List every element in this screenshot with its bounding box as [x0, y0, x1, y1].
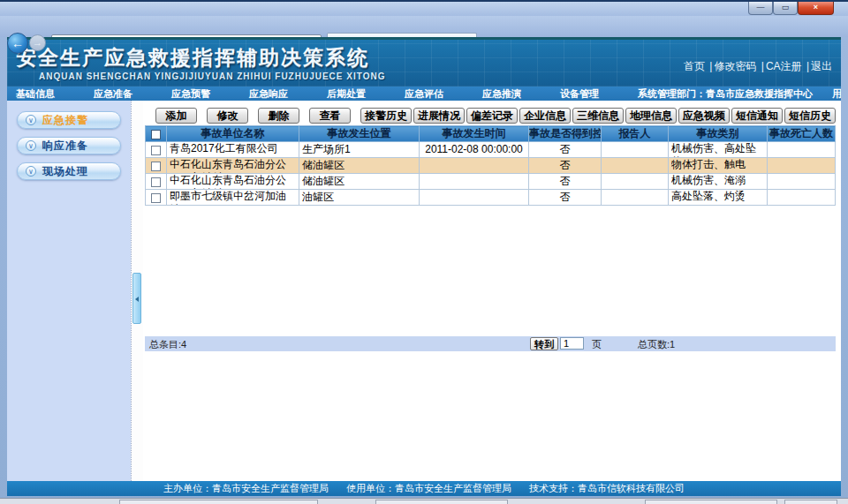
session-info: 部门：青岛市应急救援指挥中心 用户：市局用户 — [677, 87, 841, 101]
forward-button[interactable]: → — [29, 34, 46, 51]
toolbar-button[interactable]: 添加 — [155, 108, 197, 124]
total-items-label: 总条目:4 — [149, 338, 186, 351]
menu-item[interactable]: 应急预警 — [171, 87, 210, 101]
select-all-checkbox[interactable] — [151, 130, 161, 139]
close-button[interactable]: × — [798, 2, 834, 15]
menu-item[interactable]: 后期处置 — [327, 87, 366, 101]
column-header[interactable]: 事故发生时间 — [420, 126, 529, 142]
column-header[interactable]: 事故类别 — [669, 126, 768, 142]
row-checkbox[interactable] — [151, 146, 161, 155]
footer-segment: 使用单位：青岛市安全生产监督管理局 — [346, 483, 511, 493]
menu-item[interactable]: 系统管理 — [638, 87, 677, 101]
table-cell: 机械伤害、高处坠落 — [669, 142, 768, 158]
row-select-cell — [146, 142, 167, 158]
toolbar-button[interactable]: 三维信息 — [572, 108, 624, 124]
table-cell: 中石化山东青岛石油分公司09加油站 — [167, 158, 299, 174]
select-all-header[interactable] — [146, 126, 167, 142]
department-label: 部门：青岛市应急救援指挥中心 — [677, 87, 813, 101]
link-separator: | — [707, 60, 712, 72]
incident-table: 事故单位名称事故发生位置事故发生时间事故是否得到控制报告人事故类别事故死亡人数 … — [145, 125, 836, 206]
table-cell: 生产场所1 — [299, 142, 420, 158]
minimize-button[interactable]: — — [748, 2, 773, 15]
sidebar: ∨应急接警∨响应准备∨现场处理 — [7, 101, 131, 481]
table-cell: 否 — [529, 174, 602, 190]
table-cell — [768, 190, 836, 206]
screen: — ▭ × ← → e http://localhost:90/yjzh/fra… — [0, 0, 848, 504]
goto-page-button[interactable]: 转到 — [530, 337, 558, 350]
menu-items: 基础信息应急准备应急预警应急响应后期处置应急评估应急推演设备管理系统管理 — [7, 87, 677, 101]
table-header-row: 事故单位名称事故发生位置事故发生时间事故是否得到控制报告人事故类别事故死亡人数 — [146, 126, 836, 142]
collapse-sidebar-handle[interactable] — [132, 273, 141, 324]
back-button[interactable]: ← — [7, 33, 28, 54]
table-cell — [768, 158, 836, 174]
browser-navbar: ← → e http://localhost:90/yjzh/frame/hom… — [0, 16, 848, 37]
taskbar-sliver — [0, 498, 848, 504]
column-header[interactable]: 报告人 — [602, 126, 669, 142]
toolbar-button[interactable]: 短信通知 — [731, 108, 783, 124]
footer-segment: 技术支持：青岛市信软科技有限公司 — [529, 483, 685, 493]
menu-item[interactable]: 应急评估 — [405, 87, 443, 101]
menu-item[interactable]: 应急准备 — [94, 87, 132, 101]
table-cell: 高处坠落、灼烫 — [669, 190, 768, 206]
row-checkbox[interactable] — [151, 177, 161, 187]
user-label: 用户：市局用户 — [832, 87, 841, 101]
column-header[interactable]: 事故死亡人数 — [768, 126, 836, 142]
table-row[interactable]: 中石化山东青岛石油分公司09加油站储油罐区否机械伤害、淹溺 — [146, 174, 836, 190]
link-separator: | — [804, 60, 809, 72]
header-link[interactable]: CA注册 — [766, 60, 802, 72]
toolbar-button[interactable]: 短信历史 — [784, 108, 836, 124]
toolbar-button[interactable]: 进展情况 — [413, 108, 465, 124]
toolbar-button[interactable]: 应急视频 — [678, 108, 730, 124]
app-title: 安全生产应急救援指挥辅助决策系统 — [16, 44, 369, 71]
toolbar-button[interactable]: 删除 — [258, 108, 299, 124]
table-cell — [602, 190, 669, 206]
menu-item[interactable]: 基础信息 — [16, 87, 55, 101]
table-row[interactable]: 即墨市七级镇中岔河加油站油罐区否高处坠落、灼烫 — [146, 190, 836, 206]
toolbar-button[interactable]: 修改 — [207, 108, 248, 124]
page-number-input[interactable] — [560, 337, 584, 350]
sidebar-item-label: 应急接警 — [42, 113, 88, 128]
toolbar-button[interactable]: 企业信息 — [519, 108, 571, 124]
column-header[interactable]: 事故是否得到控制 — [529, 126, 602, 142]
sidebar-item[interactable]: ∨响应准备 — [17, 137, 121, 154]
sidebar-item[interactable]: ∨应急接警 — [17, 111, 121, 129]
table-cell: 中石化山东青岛石油分公司09加油站 — [167, 174, 299, 190]
sidebar-item[interactable]: ∨现场处理 — [17, 162, 121, 180]
sidebar-item-label: 现场处理 — [42, 164, 88, 179]
table-row[interactable]: 青岛2017化工有限公司生产场所12011-02-08 00:00:00否机械伤… — [146, 142, 836, 158]
toolbar-button[interactable]: 接警历史 — [360, 108, 412, 124]
header-link[interactable]: 修改密码 — [714, 60, 756, 72]
row-checkbox[interactable] — [151, 193, 161, 203]
column-header[interactable]: 事故发生位置 — [299, 126, 420, 142]
footer-segment: 主办单位：青岛市安全生产监督管理局 — [163, 483, 329, 493]
header-link[interactable]: 首页 — [684, 60, 705, 72]
column-header[interactable]: 事故单位名称 — [167, 126, 299, 142]
menu-item[interactable]: 应急推演 — [482, 87, 521, 101]
table-cell — [420, 190, 529, 206]
app-footer: 主办单位：青岛市安全生产监督管理局使用单位：青岛市安全生产监督管理局技术支持：青… — [7, 481, 841, 496]
toolbar: 添加修改删除查看接警历史进展情况偏差记录企业信息三维信息地理信息应急视频短信通知… — [143, 108, 841, 124]
app-subtitle: ANQUAN SHENGCHAN YINGJIJIUYUAN ZHIHUI FU… — [39, 71, 385, 81]
menu-bar: 基础信息应急准备应急预警应急响应后期处置应急评估应急推演设备管理系统管理 部门：… — [7, 87, 841, 101]
chevron-down-icon: ∨ — [26, 115, 36, 125]
header-links: 首页 |修改密码 |CA注册 |退出 — [684, 59, 832, 74]
row-select-cell — [146, 174, 167, 190]
maximize-button[interactable]: ▭ — [773, 2, 798, 15]
content-area: ∨应急接警∨响应准备∨现场处理 添加修改删除查看接警历史进展情况偏差记录企业信息… — [7, 101, 841, 481]
toolbar-button[interactable]: 偏差记录 — [466, 108, 518, 124]
table-cell — [420, 174, 529, 190]
row-checkbox[interactable] — [151, 162, 161, 171]
window-controls: — ▭ × — [748, 2, 834, 15]
menu-item[interactable]: 应急响应 — [249, 87, 288, 101]
table-cell: 机械伤害、淹溺 — [669, 174, 768, 190]
table-cell: 储油罐区 — [299, 174, 420, 190]
toolbar-button[interactable]: 查看 — [309, 108, 351, 124]
incident-table-body: 青岛2017化工有限公司生产场所12011-02-08 00:00:00否机械伤… — [146, 142, 836, 206]
table-cell: 否 — [529, 190, 602, 206]
header-link[interactable]: 退出 — [811, 60, 832, 72]
menu-item[interactable]: 设备管理 — [560, 87, 599, 101]
taskbar-button — [784, 500, 837, 504]
table-row[interactable]: 中石化山东青岛石油分公司09加油站储油罐区否物体打击、触电 — [146, 158, 836, 174]
toolbar-button[interactable]: 地理信息 — [625, 108, 677, 124]
table-cell: 青岛2017化工有限公司 — [167, 142, 299, 158]
